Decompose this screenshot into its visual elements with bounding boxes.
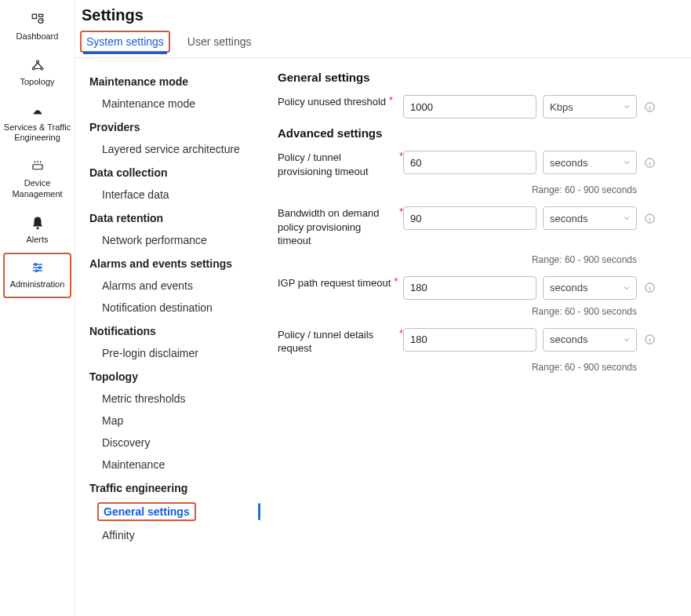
chevron-down-icon — [622, 283, 631, 293]
section-advanced: Advanced settings — [278, 126, 677, 140]
select-bod-timeout-unit[interactable]: seconds — [543, 206, 637, 230]
svg-point-8 — [36, 227, 38, 229]
sn-header-data-retention: Data retention — [89, 206, 256, 229]
rail-services-label: Services & Traffic Engineering — [3, 122, 71, 144]
info-icon[interactable] — [643, 156, 656, 169]
select-igp-timeout-unit[interactable]: seconds — [543, 276, 637, 300]
info-icon[interactable] — [643, 282, 656, 294]
label-details-request: Policy / tunnel details request — [278, 328, 396, 355]
unit-label: seconds — [550, 282, 587, 293]
rail-dashboard-label: Dashboard — [16, 31, 59, 42]
sn-maintenance-mode[interactable]: Maintenance mode — [89, 93, 256, 115]
svg-rect-0 — [32, 14, 36, 18]
rail-device-label: Device Management — [3, 178, 71, 200]
rail-admin-label: Administration — [10, 279, 65, 290]
rail-administration[interactable]: Administration — [3, 253, 71, 298]
label-bod-timeout: Bandwidth on demand policy provisioning … — [278, 206, 396, 248]
page-title: Settings — [75, 0, 691, 31]
select-policy-unused-threshold-unit[interactable]: Kbps — [543, 95, 637, 118]
sn-prelogin-disclaimer[interactable]: Pre-login disclaimer — [89, 342, 256, 364]
sn-header-traffic-engineering: Traffic engineering — [89, 476, 256, 499]
hint-bod-timeout: Range: 60 - 900 seconds — [278, 254, 637, 265]
sn-map[interactable]: Map — [89, 410, 256, 432]
chevron-down-icon — [622, 335, 631, 344]
settings-sidenav: Maintenance mode Maintenance mode Provid… — [75, 58, 264, 616]
label-igp-timeout: IGP path request timeout — [278, 276, 391, 290]
sn-metric-thresholds[interactable]: Metric thresholds — [89, 388, 256, 410]
active-indicator — [258, 503, 260, 520]
sn-network-performance[interactable]: Network performance — [89, 229, 256, 251]
required-marker: * — [389, 95, 393, 105]
topology-icon — [29, 56, 46, 74]
label-provisioning-timeout: Policy / tunnel provisioning timeout — [278, 151, 396, 178]
label-policy-unused-threshold: Policy unused threshold — [278, 95, 386, 109]
unit-label: seconds — [550, 157, 587, 169]
sn-general-settings[interactable]: General settings — [97, 502, 196, 521]
input-igp-timeout[interactable] — [403, 276, 536, 300]
chevron-down-icon — [622, 102, 631, 111]
sn-notification-destination[interactable]: Notification destination — [89, 297, 256, 319]
sn-affinity[interactable]: Affinity — [89, 524, 256, 546]
svg-point-3 — [36, 60, 38, 63]
select-details-request-unit[interactable]: seconds — [543, 328, 637, 352]
services-icon — [29, 102, 46, 119]
input-policy-unused-threshold[interactable] — [403, 95, 536, 118]
input-details-request[interactable] — [403, 328, 536, 352]
hint-provisioning-timeout: Range: 60 - 900 seconds — [278, 184, 637, 195]
input-provisioning-timeout[interactable] — [403, 151, 536, 174]
sn-maintenance[interactable]: Maintenance — [89, 454, 256, 476]
tabs: System settings User settings — [75, 31, 691, 58]
rail-alerts[interactable]: Alerts — [0, 208, 75, 253]
alerts-icon — [29, 214, 46, 231]
sn-header-maintenance-mode: Maintenance mode — [89, 69, 256, 93]
rail-services[interactable]: Services & Traffic Engineering — [0, 96, 75, 152]
svg-point-5 — [40, 67, 42, 70]
dashboard-icon — [29, 11, 46, 28]
rail-dashboard[interactable]: Dashboard — [0, 5, 75, 50]
unit-label: seconds — [550, 334, 587, 345]
left-rail: Dashboard Topology Services & Traffic En… — [0, 0, 75, 616]
sn-header-topology: Topology — [89, 364, 256, 388]
svg-rect-1 — [38, 14, 42, 16]
required-marker: * — [394, 276, 398, 286]
device-icon — [29, 158, 46, 175]
rail-topology-label: Topology — [20, 77, 54, 88]
unit-label: seconds — [550, 213, 587, 224]
sn-header-providers: Providers — [89, 115, 256, 138]
section-general: General settings — [278, 71, 677, 84]
select-provisioning-timeout-unit[interactable]: seconds — [543, 151, 637, 174]
settings-form: General settings Policy unused threshold… — [264, 58, 691, 616]
svg-point-11 — [35, 270, 38, 272]
info-icon[interactable] — [643, 212, 656, 224]
svg-point-9 — [35, 264, 37, 266]
rail-device[interactable]: Device Management — [0, 151, 75, 208]
unit-label: Kbps — [550, 101, 573, 113]
chevron-down-icon — [622, 158, 631, 167]
sn-header-notifications: Notifications — [89, 319, 256, 342]
rail-alerts-label: Alerts — [26, 235, 48, 246]
sn-header-alarms-events: Alarms and events settings — [89, 251, 256, 275]
info-icon[interactable] — [643, 100, 656, 113]
hint-details-request: Range: 60 - 900 seconds — [278, 362, 637, 373]
svg-rect-6 — [33, 113, 42, 115]
info-icon[interactable] — [643, 334, 656, 346]
sn-header-data-collection: Data collection — [89, 160, 256, 184]
sn-interface-data[interactable]: Interface data — [89, 184, 256, 206]
svg-rect-7 — [33, 165, 42, 169]
sn-alarms-events[interactable]: Alarms and events — [89, 275, 256, 297]
tab-system-settings[interactable]: System settings — [80, 31, 170, 53]
hint-igp-timeout: Range: 60 - 900 seconds — [278, 306, 637, 317]
rail-topology[interactable]: Topology — [0, 50, 75, 96]
chevron-down-icon — [622, 213, 631, 223]
svg-point-4 — [32, 67, 35, 70]
svg-point-10 — [38, 267, 41, 269]
sn-layered-service[interactable]: Layered service architecture — [89, 138, 256, 160]
sn-discovery[interactable]: Discovery — [89, 432, 256, 454]
administration-icon — [29, 259, 46, 276]
tab-user-settings[interactable]: User settings — [186, 31, 253, 53]
input-bod-timeout[interactable] — [403, 206, 536, 230]
